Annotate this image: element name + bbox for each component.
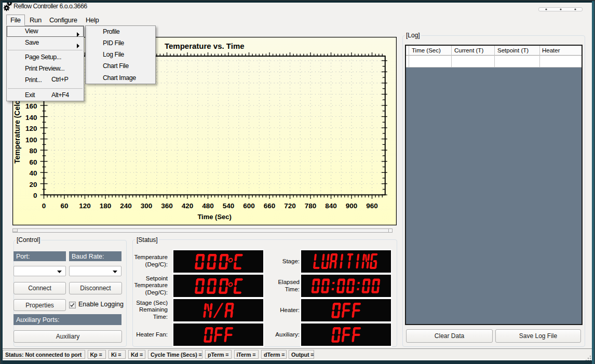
svg-text:0: 0 <box>42 202 46 210</box>
svg-text:600: 600 <box>243 202 255 210</box>
svg-text:840: 840 <box>325 202 337 210</box>
svg-text:Time (Sec): Time (Sec) <box>197 213 232 221</box>
svg-text:40: 40 <box>29 169 37 177</box>
svg-text:780: 780 <box>305 202 317 210</box>
svg-text:720: 720 <box>284 202 296 210</box>
svg-text:900: 900 <box>346 202 358 210</box>
svg-text:120: 120 <box>25 125 37 132</box>
svg-text:540: 540 <box>223 202 235 210</box>
svg-text:160: 160 <box>25 102 37 110</box>
svg-text:60: 60 <box>29 158 37 166</box>
svg-text:180: 180 <box>100 202 112 210</box>
svg-text:300: 300 <box>141 202 153 210</box>
svg-text:420: 420 <box>182 202 194 210</box>
svg-text:960: 960 <box>366 202 378 210</box>
svg-text:120: 120 <box>79 202 91 210</box>
svg-text:360: 360 <box>161 202 173 210</box>
svg-text:20: 20 <box>29 181 37 188</box>
svg-text:480: 480 <box>202 202 214 210</box>
svg-text:60: 60 <box>60 202 68 210</box>
svg-text:240: 240 <box>120 202 132 210</box>
svg-text:Temperature vs. Time: Temperature vs. Time <box>165 42 245 50</box>
svg-text:660: 660 <box>264 202 276 210</box>
svg-text:0: 0 <box>33 192 37 199</box>
svg-text:140: 140 <box>25 114 37 122</box>
svg-text:80: 80 <box>29 147 37 155</box>
svg-text:100: 100 <box>25 136 37 144</box>
